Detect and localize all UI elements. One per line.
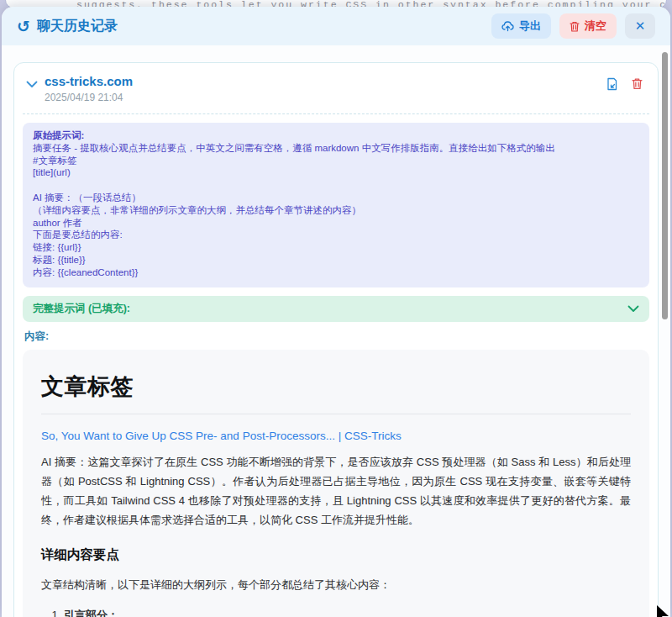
trash-icon — [570, 21, 580, 32]
record-divider — [23, 113, 649, 114]
filled-prompt-toggle[interactable]: 完整提示词 (已填充): — [23, 296, 649, 322]
modal-header: ↺ 聊天历史记录 导出 清空 — [2, 7, 670, 45]
article-details-intro: 文章结构清晰，以下是详细的大纲列示，每个部分都总结了其核心内容： — [41, 575, 631, 594]
article-details-heading: 详细内容要点 — [41, 546, 631, 564]
clear-button-label: 清空 — [585, 18, 606, 34]
mouse-cursor-icon — [652, 602, 670, 617]
header-actions: 导出 清空 ✕ — [491, 13, 655, 39]
history-record-card: css-tricks.com 2025/04/19 21:04 — [13, 62, 659, 617]
record-meta: css-tricks.com 2025/04/19 21:04 — [45, 74, 133, 103]
article-content: 文章标签 So, You Want to Give Up CSS Pre- an… — [23, 350, 649, 617]
record-delete-icon[interactable] — [632, 77, 643, 91]
article-summary: AI 摘要：这篇文章探讨了在原生 CSS 功能不断增强的背景下，是否应该放弃 C… — [41, 452, 631, 530]
export-button-label: 导出 — [519, 18, 541, 34]
article-heading: 文章标签 — [41, 372, 631, 414]
article-source-link[interactable]: So, You Want to Give Up CSS Pre- and Pos… — [41, 430, 402, 442]
cloud-export-icon — [501, 21, 514, 32]
chevron-down-icon — [627, 305, 639, 313]
record-collapse-chevron-icon[interactable] — [26, 76, 38, 92]
content-label: 内容: — [24, 330, 648, 344]
list-item-title: 引言部分： — [64, 609, 118, 617]
clear-button[interactable]: 清空 — [559, 13, 617, 39]
original-prompt-block: 原始提示词: 摘要任务 - 提取核心观点并总结要点，中英文之间需有空格，遵循 m… — [23, 123, 649, 287]
close-button[interactable]: ✕ — [625, 13, 655, 39]
modal-title: 聊天历史记录 — [37, 18, 118, 35]
original-prompt-text: 摘要任务 - 提取核心观点并总结要点，中英文之间需有空格，遵循 markdown… — [33, 143, 555, 277]
close-icon: ✕ — [635, 18, 646, 34]
record-timestamp: 2025/04/19 21:04 — [45, 92, 133, 103]
filled-prompt-label: 完整提示词 (已填充): — [33, 302, 130, 316]
article-outline-list: 引言部分： 这部分介绍了 CSS 预处理器和后处理器的背景。文章指出，早期的原生… — [41, 605, 631, 617]
export-button[interactable]: 导出 — [491, 13, 551, 39]
modal-body: css-tricks.com 2025/04/19 21:04 — [2, 45, 670, 617]
record-actions — [606, 74, 649, 91]
original-prompt-label: 原始提示词: — [33, 130, 84, 140]
history-icon: ↺ — [17, 18, 30, 34]
chat-history-modal: ↺ 聊天历史记录 导出 清空 — [2, 7, 670, 617]
record-export-icon[interactable] — [606, 77, 618, 91]
record-site-link[interactable]: css-tricks.com — [45, 74, 133, 88]
list-item: 引言部分： 这部分介绍了 CSS 预处理器和后处理器的背景。文章指出，早期的原生… — [64, 605, 631, 617]
record-header: css-tricks.com 2025/04/19 21:04 — [23, 74, 649, 103]
modal-title-wrap: ↺ 聊天历史记录 — [17, 18, 118, 35]
scrollbar-thumb[interactable] — [662, 52, 668, 319]
